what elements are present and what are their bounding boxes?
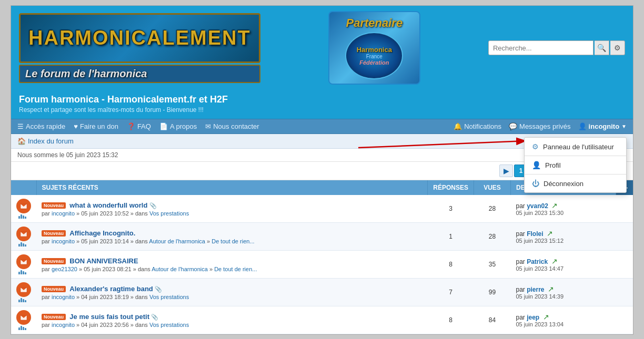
topic-cat2-link[interactable]: De tout de rien... bbox=[214, 266, 257, 272]
topic-views-cell: 28 bbox=[474, 195, 511, 223]
goto-icon[interactable]: ↗ bbox=[547, 229, 553, 238]
goto-icon[interactable]: ↗ bbox=[543, 313, 549, 321]
topic-subject-cell: Nouveau what à wonderfull world 📎 par in… bbox=[36, 195, 428, 223]
goto-icon[interactable]: ↗ bbox=[551, 257, 558, 265]
partner-area: Partenaire Harmonica France Fédération bbox=[328, 11, 420, 85]
nav-faq[interactable]: ❓ FAQ bbox=[127, 122, 151, 130]
last-date: 05 juin 2023 14:39 bbox=[516, 293, 611, 300]
topic-cat1-link[interactable]: Vos prestations bbox=[149, 294, 189, 300]
table-row: Nouveau BON ANNIVERSAIRE par geo21320 » … bbox=[11, 251, 633, 279]
th-icon bbox=[11, 180, 36, 195]
dropdown-logout-label: Déconnexion bbox=[544, 180, 583, 188]
topic-author-link[interactable]: incognito bbox=[52, 238, 75, 244]
forum-title: Forum harmonica - Harmonicalement.fr et … bbox=[19, 94, 625, 105]
partner-badge: Partenaire Harmonica France Fédération bbox=[328, 11, 420, 85]
topic-author-link[interactable]: geo21320 bbox=[52, 266, 77, 272]
heart-icon: ♥ bbox=[74, 122, 78, 130]
new-badge: Nouveau bbox=[42, 286, 66, 292]
advanced-search-button[interactable]: ⚙ bbox=[610, 40, 625, 55]
topic-collapse-cell bbox=[616, 251, 633, 279]
nav-contact[interactable]: ✉ Nous contacter bbox=[205, 122, 259, 130]
topic-icon-cell bbox=[11, 279, 36, 306]
panel-icon: ⚙ bbox=[532, 142, 539, 151]
logo-big-text: HARMONICALEMENT bbox=[28, 27, 251, 49]
breadcrumb-index[interactable]: 🏠 Index du forum bbox=[17, 137, 74, 145]
nav-user-menu[interactable]: 👤 incognito ▼ bbox=[578, 122, 627, 130]
topic-title-link[interactable]: BON ANNIVERSAIRE bbox=[69, 257, 138, 265]
bell-icon: 🔔 bbox=[454, 122, 462, 130]
topic-unread-icon bbox=[16, 310, 31, 325]
user-icon: 👤 bbox=[578, 122, 587, 130]
last-author-link[interactable]: pierre bbox=[527, 286, 544, 293]
topic-last-cell: par yvan02 ↗ 05 juin 2023 15:30 bbox=[511, 195, 616, 223]
topic-subject-cell: Nouveau BON ANNIVERSAIRE par geo21320 » … bbox=[36, 251, 428, 279]
chart-icon bbox=[18, 214, 29, 219]
topic-replies-cell: 8 bbox=[428, 306, 474, 334]
dropdown-panel-item[interactable]: ⚙ Panneau de l'utilisateur bbox=[525, 138, 626, 156]
topic-icon-cell bbox=[11, 195, 36, 223]
topic-title-link[interactable]: what à wonderfull world bbox=[69, 201, 147, 209]
search-input[interactable] bbox=[488, 40, 593, 55]
topic-views-cell: 28 bbox=[474, 223, 511, 251]
topic-views-cell: 35 bbox=[474, 251, 511, 279]
topic-collapse-cell bbox=[616, 279, 633, 306]
topic-unread-icon bbox=[16, 282, 31, 297]
dropdown-profile-item[interactable]: 👤 Profil bbox=[525, 156, 626, 174]
last-author-link[interactable]: Flolei bbox=[527, 230, 543, 238]
header-right: 🔍 ⚙ bbox=[488, 40, 625, 55]
topic-replies-cell: 8 bbox=[428, 251, 474, 279]
goto-icon[interactable]: ↗ bbox=[551, 201, 558, 210]
nav-left: ☰ Accès rapide ♥ Faire un don ❓ FAQ 📄 A … bbox=[17, 122, 259, 130]
search-bar: 🔍 ⚙ bbox=[488, 40, 625, 55]
new-badge: Nouveau bbox=[42, 314, 66, 320]
search-button[interactable]: 🔍 bbox=[595, 40, 609, 55]
topic-cat1-link[interactable]: Vos prestations bbox=[149, 322, 189, 328]
table-row: Nouveau what à wonderfull world 📎 par in… bbox=[11, 195, 633, 223]
nav-donate[interactable]: ♥ Faire un don bbox=[74, 122, 118, 130]
dropdown-logout-item[interactable]: ⏻ Déconnexion bbox=[525, 174, 626, 192]
topic-meta: par incognito » 04 juin 2023 18:19 » dan… bbox=[42, 294, 422, 300]
last-date: 05 juin 2023 14:47 bbox=[516, 265, 611, 272]
info-icon: 📄 bbox=[159, 122, 168, 130]
goto-icon[interactable]: ↗ bbox=[548, 285, 554, 293]
nav-quick-access[interactable]: ☰ Accès rapide bbox=[17, 122, 65, 130]
last-author-link[interactable]: Patrick bbox=[527, 258, 548, 265]
last-date: 05 juin 2023 15:12 bbox=[516, 238, 611, 244]
last-author-link[interactable]: jeep bbox=[527, 314, 539, 321]
topic-title-link[interactable]: Alexander's ragtime band bbox=[69, 285, 153, 293]
topic-icon-cell bbox=[11, 223, 36, 251]
topic-subject-cell: Nouveau Alexander's ragtime band 📎 par i… bbox=[36, 279, 428, 306]
topic-collapse-cell bbox=[616, 223, 633, 251]
topic-icon-cell bbox=[11, 251, 36, 279]
topic-title-link[interactable]: Je me suis fais tout petit bbox=[69, 313, 149, 321]
last-date: 05 juin 2023 15:30 bbox=[516, 210, 611, 216]
topic-collapse-cell bbox=[616, 306, 633, 334]
topic-cat2-link[interactable]: De tout de rien... bbox=[212, 238, 254, 244]
nav-notifications[interactable]: 🔔 Notifications bbox=[454, 122, 501, 130]
topic-unread-icon bbox=[16, 227, 31, 241]
partner-text3: Fédération bbox=[359, 59, 389, 66]
nav-private-messages[interactable]: 💬 Messages privés bbox=[509, 122, 571, 130]
topic-cat1-link[interactable]: Vos prestations bbox=[149, 210, 189, 217]
partner-text2: France bbox=[366, 54, 383, 59]
last-author-link[interactable]: yvan02 bbox=[527, 202, 548, 210]
topic-cat1-link[interactable]: Autour de l'harmonica bbox=[149, 238, 205, 244]
chart-icon bbox=[18, 242, 29, 246]
message-icon: 💬 bbox=[509, 122, 517, 130]
topic-cat1-link[interactable]: Autour de l'harmonica bbox=[152, 266, 208, 272]
quick-access-icon: ☰ bbox=[17, 122, 24, 130]
th-views: VUES bbox=[474, 180, 511, 195]
topic-author-link[interactable]: incognito bbox=[52, 210, 75, 217]
attachment-icon: 📎 bbox=[151, 314, 158, 320]
partner-logo-inner: Harmonica France Fédération bbox=[345, 32, 403, 79]
topic-author-link[interactable]: incognito bbox=[52, 322, 75, 328]
topic-author-link[interactable]: incognito bbox=[52, 294, 75, 300]
th-replies: RÉPONSES bbox=[428, 180, 474, 195]
forum-title-bar: Forum harmonica - Harmonicalement.fr et … bbox=[11, 90, 633, 119]
dropdown-panel-label: Panneau de l'utilisateur bbox=[543, 143, 614, 151]
logo-area: HARMONICALEMENT Le forum de l'harmonica bbox=[19, 13, 260, 83]
nav-about[interactable]: 📄 A propos bbox=[159, 122, 197, 130]
partner-text1: Harmonica bbox=[357, 46, 392, 54]
topic-title-link[interactable]: Affichage Incognito. bbox=[69, 229, 135, 237]
topic-last-cell: par Patrick ↗ 05 juin 2023 14:47 bbox=[511, 251, 616, 279]
